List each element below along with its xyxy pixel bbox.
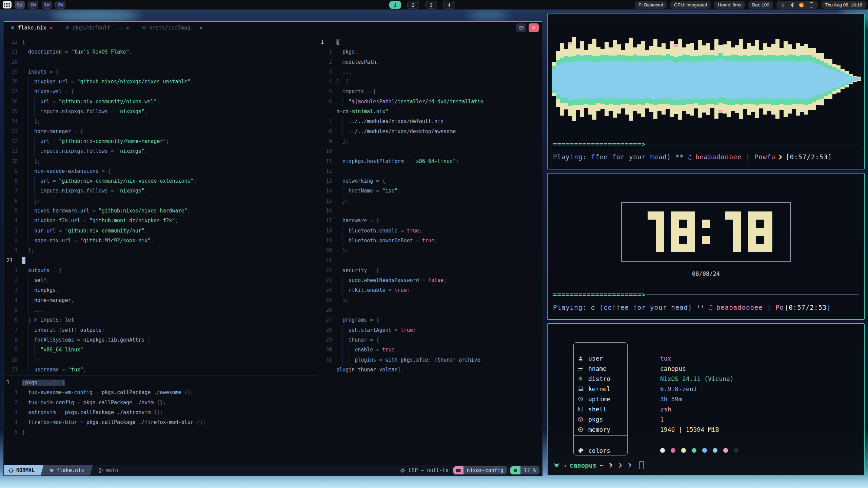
firefox-icon[interactable] [799,2,805,8]
vim-icon [8,468,14,473]
wave-column [845,71,849,87]
color-dot [713,448,717,453]
tag-3[interactable]: 3 [425,1,437,9]
code-line: 4 home-manager, [4,296,318,305]
top-bar: $W$W$W$W 1234 P: BalancedGPU: Integrated… [0,0,868,9]
tag-4[interactable]: 4 [443,1,455,9]
code-pane-flake[interactable]: 22{21 description = "tux's NixOS Flake";… [4,35,318,375]
code-line: 2 modulesPath, [318,57,542,67]
wave-column [641,41,645,117]
wave-column [637,44,641,114]
code-line: 2 sops-nix.url = "github:Mic92/sops-nix"… [4,236,318,246]
track-progress: =====================> [553,140,859,148]
lsp-segment: LSP ~ null-ls [395,465,453,475]
launcher-button[interactable] [3,1,12,8]
toggle-button[interactable] [516,23,526,32]
code-line: n-cd-minimal.nix" [318,107,542,117]
nix-icon: ❄ [142,25,146,31]
wave-column [556,51,560,107]
phone-icon[interactable] [809,2,814,8]
scroll-icon: ≡ [510,466,520,474]
wave-column [763,43,767,115]
branch-label: main [106,467,118,473]
wave-column [617,44,621,114]
code-line: 27 programs = { [318,315,542,325]
fetch-row-kernel: kernel [578,384,610,394]
close-tab-icon[interactable]: ✕ [126,25,129,30]
fetch-section-divider [574,435,627,436]
code-line: 5 nixos-hardware.url = "github:nixos/nix… [4,206,318,216]
clock-pill[interactable]: Thu Aug 08, 18:18 [821,1,866,9]
playing-title: Playing: ffee for your head) ** [553,153,684,161]
code-line: 2 tux-nvim-config = pkgs.callPackage ./n… [4,398,318,408]
code-line: 11 inputs.nixpkgs.follows = "nixpkgs"; [4,146,318,156]
wave-column [678,39,682,120]
close-icon: ✕ [532,25,536,30]
cursor [22,257,25,264]
status-pill-2[interactable]: Home: 8ms [714,1,745,9]
close-tab-icon[interactable]: ✕ [50,25,52,30]
wave-column [605,42,609,116]
status-pill-3[interactable]: Bat: 100 [748,1,773,9]
code-line: 14 }; [4,117,318,126]
close-tab-icon[interactable]: ✕ [200,25,202,30]
bar-clock: Thu Aug 08, 18:18 [825,2,862,7]
code-line: 21 description = "tux's NixOS Flake"; [4,47,318,57]
wallpaper-highlight [468,10,509,20]
color-dot [702,448,707,453]
nix-icon: ❄ [11,25,15,31]
code-line: 1 outputs = { [4,266,318,276]
close-button[interactable]: ✕ [529,23,539,32]
fetch-label: uptime [588,395,610,403]
shell-icon [578,407,588,411]
wave-column [670,41,674,117]
shell-prompt[interactable]: → canopus ~ [554,461,644,469]
dollar-button-4[interactable]: $W [55,1,65,9]
code-line: 21 [318,256,542,266]
fetch-value-kernel: 6.9.8-zen1 [660,384,697,394]
scissors-icon[interactable]: ✂ [780,2,786,8]
code-line: 10 }; [4,157,318,166]
bluetooth-icon[interactable] [790,2,795,8]
status-pill-0[interactable]: P: Balanced [635,1,667,9]
code-line: 13 networking = { [318,176,542,186]
dollar-button-3[interactable]: $W [42,1,52,9]
status-pill-1[interactable]: GPU: Integrated [670,1,711,9]
playing-time: [0:57/2:53] [786,153,832,161]
prompt-cat-icon [554,463,559,468]
fetch-label: kernel [588,385,610,392]
code-line: 1 tux-awesome-wm-config = pkgs.callPacka… [4,388,318,398]
folder-icon [453,466,463,474]
wave-column [751,46,755,112]
fetch-row-memory: memory [578,424,610,434]
wave-column [824,59,828,99]
now-playing: Playing: d (coffee for your head) **♫bea… [553,304,859,311]
tabline: ❄flake.nix✕❄pkgs/default ...✕❄hosts/isoI… [4,22,542,34]
system-tray[interactable]: ✂ [776,1,818,9]
wallpaper-highlight [51,9,139,22]
now-playing: Playing: ffee for your head) **♫beabadoo… [553,153,859,161]
dollar-button-2[interactable]: $W [28,1,38,9]
tag-1[interactable]: 1 [389,1,401,9]
code-line: 13 home-manager = { [4,127,318,137]
tab-hosts-isoImag-[interactable]: ❄hosts/isoImag..✕ [142,25,202,31]
code-pane-iso[interactable]: 1{1 pkgs,2 modulesPath,3 ...4}: {5 impor… [318,35,542,465]
code-line: 2 self, [4,276,318,285]
wave-column [694,50,698,108]
code-line: 18 nixpkgs.url = "github:nixos/nixpkgs/n… [4,77,318,87]
fetch-label: shell [588,406,607,413]
dollar-button-1[interactable]: $W [15,1,25,9]
code-line: 11 nixpkgs.hostPlatform = "x86_64-linux"… [318,157,542,166]
code-line: 12 [318,166,542,176]
wave-column [600,49,605,109]
eye-icon [518,26,524,30]
tag-2[interactable]: 2 [407,1,419,9]
kernel-icon [578,386,588,391]
tab-pkgs-default-[interactable]: ❄pkgs/default ...✕ [65,25,129,31]
lsp-label: LSP ~ null-ls [409,467,448,473]
code-pane-default-nix[interactable]: 1{pkgs, ...}: {1 tux-awesome-wm-config =… [4,375,318,465]
wave-column [759,50,763,108]
tab-label: pkgs/default ... [73,25,123,31]
tab-flake-nix[interactable]: ❄flake.nix✕ [11,25,52,31]
file-segment: ❄ flake.nix [45,465,89,475]
